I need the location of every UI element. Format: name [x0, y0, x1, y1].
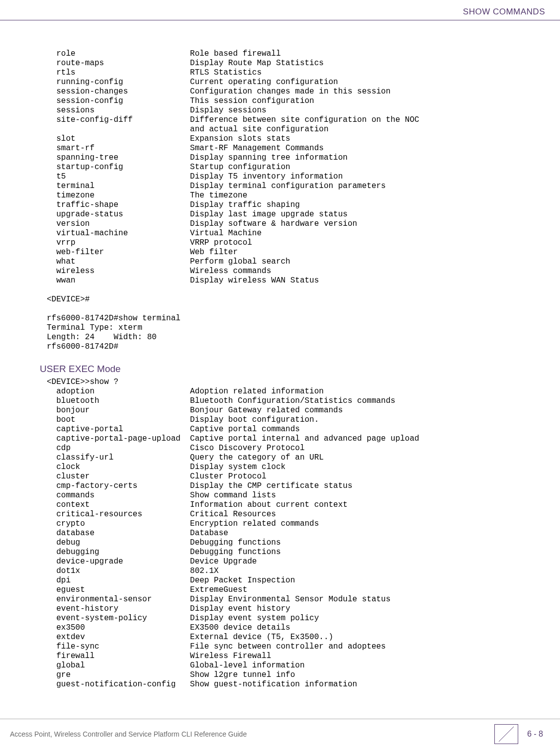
header-title: SHOW COMMANDS: [0, 7, 545, 17]
terminal-output-block-2: <DEVICE>>show ? adoption Adoption relate…: [47, 377, 545, 689]
svg-line-0: [499, 727, 514, 742]
footer-doc-title: Access Point, Wireless Controller and Se…: [10, 730, 247, 738]
page-content: role Role based firewall route-maps Disp…: [0, 20, 560, 689]
page-footer: Access Point, Wireless Controller and Se…: [0, 719, 560, 744]
page-header: SHOW COMMANDS: [0, 0, 560, 20]
footer-slash-icon: [494, 724, 518, 744]
footer-page-number: 6 - 8: [527, 730, 543, 739]
footer-right: 6 - 8: [494, 724, 543, 744]
terminal-output-block-1: role Role based firewall route-maps Disp…: [47, 49, 545, 352]
section-heading-user-exec-mode: USER EXEC Mode: [40, 364, 545, 375]
